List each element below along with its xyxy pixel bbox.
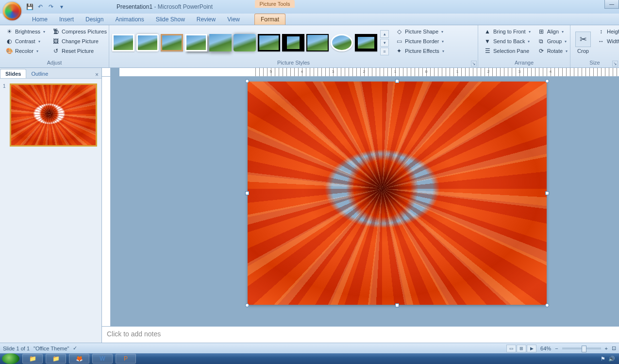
compress-icon: 🗜 — [52, 28, 60, 35]
group-icon: ⧉ — [537, 37, 545, 45]
contrast-button[interactable]: ◐Contrast▾ — [3, 37, 47, 46]
tab-insert[interactable]: Insert — [53, 14, 80, 25]
notes-pane[interactable]: Click to add notes — [102, 326, 619, 343]
style-thumb[interactable] — [355, 34, 377, 51]
slide-thumbnail[interactable]: 1 — [3, 83, 99, 147]
vertical-ruler[interactable] — [102, 77, 111, 326]
zoom-out-button[interactable]: − — [555, 346, 558, 351]
resize-handle-b[interactable] — [395, 303, 399, 307]
taskbar-item[interactable]: 📁 — [22, 354, 43, 364]
selection-pane-button[interactable]: ☰Selection Pane — [482, 47, 533, 55]
height-icon: ↕ — [597, 28, 605, 35]
group-button[interactable]: ⧉Group▾ — [535, 37, 569, 46]
taskbar-item[interactable]: P — [116, 354, 136, 364]
send-to-back-button[interactable]: ▼Send to Back▾ — [482, 37, 533, 46]
height-field[interactable]: ↕Height — [595, 27, 619, 36]
picture-border-button[interactable]: ▭Picture Border▾ — [393, 37, 446, 46]
zoom-fit-button[interactable]: ⊡ — [612, 345, 616, 351]
reset-picture-button[interactable]: ↺Reset Picture — [50, 47, 109, 55]
tab-animations[interactable]: Animations — [109, 14, 150, 25]
taskbar-item[interactable]: 🦊 — [69, 354, 89, 364]
tab-review[interactable]: Review — [191, 14, 221, 25]
start-button[interactable] — [2, 353, 19, 364]
zoom-slider[interactable] — [562, 347, 601, 349]
width-label: Width: — [607, 38, 619, 44]
selected-picture[interactable] — [248, 82, 547, 305]
width-field[interactable]: ↔Width: — [595, 37, 619, 46]
pane-tab-outline[interactable]: Outline — [26, 69, 53, 78]
tab-format[interactable]: Format — [254, 14, 285, 25]
pane-tab-slides[interactable]: Slides — [0, 69, 26, 78]
change-picture-button[interactable]: 🖼Change Picture — [50, 37, 109, 46]
picture-shape-button[interactable]: ◇Picture Shape▾ — [393, 27, 446, 36]
gallery-more: ▴ ▾ ≡ — [380, 30, 389, 55]
style-thumb[interactable] — [306, 34, 329, 51]
style-thumb[interactable] — [185, 34, 207, 51]
office-button[interactable] — [2, 1, 22, 21]
rotate-button[interactable]: ⟳Rotate▾ — [535, 47, 569, 55]
tray-flag-icon[interactable]: ⚑ — [601, 356, 605, 362]
front-label: Bring to Front — [493, 29, 526, 34]
redo-icon[interactable]: ↷ — [47, 2, 55, 11]
tab-home[interactable]: Home — [26, 14, 53, 25]
tab-design[interactable]: Design — [80, 14, 109, 25]
group-size-label: Size — [572, 59, 617, 66]
view-normal-button[interactable]: ▭ — [506, 345, 516, 352]
align-icon: ⊞ — [537, 28, 545, 35]
resize-handle-t[interactable] — [395, 79, 399, 83]
group-adjust: ☀Brightness▾ ◐Contrast▾ 🎨Recolor▾ 🗜Compr… — [0, 25, 109, 67]
notes-placeholder: Click to add notes — [107, 330, 161, 338]
style-thumb[interactable] — [282, 34, 304, 51]
style-thumb[interactable] — [209, 34, 232, 51]
qat-customize-icon[interactable]: ▾ — [57, 2, 66, 11]
tab-view[interactable]: View — [221, 14, 246, 25]
spellcheck-icon[interactable]: ✓ — [73, 345, 77, 351]
status-theme: "Office Theme" — [33, 346, 69, 351]
styles-dialog-launcher[interactable]: ↘ — [471, 61, 477, 66]
taskbar-item[interactable]: 📁 — [46, 354, 66, 364]
zoom-in-button[interactable]: + — [605, 346, 608, 351]
view-slideshow-button[interactable]: ▶ — [527, 345, 536, 352]
recolor-button[interactable]: 🎨Recolor▾ — [3, 47, 47, 55]
brightness-button[interactable]: ☀Brightness▾ — [3, 27, 47, 36]
tray-volume-icon[interactable]: 🔊 — [608, 356, 615, 362]
gallery-scroll-down[interactable]: ▾ — [380, 39, 389, 47]
recolor-icon: 🎨 — [5, 47, 13, 55]
back-label: Send to Back — [493, 38, 525, 44]
minimize-button[interactable]: — — [604, 0, 619, 9]
reset-label: Reset Picture — [62, 48, 94, 54]
contrast-icon: ◐ — [5, 37, 13, 45]
resize-handle-tr[interactable] — [545, 79, 549, 83]
pane-close-button[interactable]: × — [92, 71, 101, 78]
view-sorter-button[interactable]: ⊞ — [517, 345, 526, 352]
resize-handle-l[interactable] — [245, 191, 249, 195]
ribbon-tabs: Home Insert Design Animations Slide Show… — [0, 14, 619, 25]
resize-handle-bl[interactable] — [245, 303, 249, 307]
window-controls: — — [604, 0, 619, 9]
undo-icon[interactable]: ↶ — [36, 2, 45, 11]
tab-slideshow[interactable]: Slide Show — [150, 14, 191, 25]
horizontal-ruler[interactable]: 5432101234 — [119, 68, 619, 77]
bring-to-front-button[interactable]: ▲Bring to Front▾ — [482, 27, 533, 36]
align-button[interactable]: ⊞Align▾ — [535, 27, 569, 36]
taskbar-item[interactable]: W — [92, 354, 113, 364]
rotate-label: Rotate — [547, 48, 563, 54]
style-thumb[interactable] — [161, 34, 183, 51]
resize-handle-br[interactable] — [545, 303, 549, 307]
gallery-scroll-up[interactable]: ▴ — [380, 30, 389, 38]
size-dialog-launcher[interactable]: ↘ — [612, 61, 618, 66]
style-thumb[interactable] — [136, 34, 159, 51]
style-thumb[interactable] — [258, 34, 280, 51]
style-thumb[interactable] — [234, 34, 256, 51]
save-icon[interactable]: 💾 — [25, 2, 34, 11]
compress-pictures-button[interactable]: 🗜Compress Pictures — [50, 27, 109, 36]
style-thumb[interactable] — [112, 34, 134, 51]
crop-button[interactable]: ✂ Crop — [572, 26, 594, 59]
slide-canvas[interactable] — [111, 77, 619, 326]
resize-handle-r[interactable] — [545, 191, 549, 195]
ruler-marks: 5432101234 — [255, 69, 566, 74]
picture-effects-button[interactable]: ✦Picture Effects▾ — [393, 47, 446, 55]
gallery-expand[interactable]: ≡ — [380, 48, 389, 55]
style-thumb[interactable] — [331, 34, 353, 51]
resize-handle-tl[interactable] — [245, 79, 249, 83]
